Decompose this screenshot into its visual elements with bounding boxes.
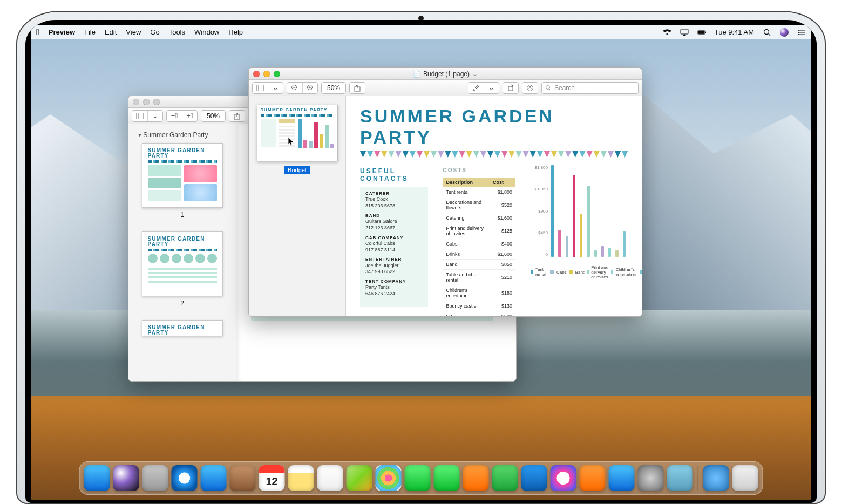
contact-name: True Cook [365, 196, 423, 203]
dock-app-preview[interactable] [667, 465, 693, 491]
spotlight-icon[interactable] [763, 28, 771, 37]
menu-help[interactable]: Help [228, 28, 243, 36]
dock-app-calendar[interactable]: 12 [259, 465, 285, 491]
dock-app-notes[interactable] [288, 465, 314, 491]
cost-header-desc: Description [443, 178, 490, 187]
costs-column: COSTS Description Cost Tent rental$1,800… [443, 165, 515, 316]
chart-bar [594, 250, 597, 257]
page-thumbnail-3[interactable]: SUMMER GARDEN PARTY [135, 320, 229, 336]
legend-item: Tent rental [531, 267, 548, 277]
dock-app-downloads[interactable] [703, 465, 729, 491]
zoom-out-button[interactable] [287, 83, 302, 93]
menu-view[interactable]: View [126, 28, 141, 36]
cost-desc: Decorations and flowers [443, 197, 490, 213]
dock-app-siri[interactable] [113, 465, 139, 491]
dock-app-launchpad[interactable] [142, 465, 168, 491]
dock-app-appstore[interactable] [609, 465, 635, 491]
y-tick: 0 [531, 252, 548, 257]
dock-app-facetime[interactable] [434, 465, 460, 491]
battery-icon[interactable] [697, 28, 706, 37]
dock-app-preferences[interactable] [638, 465, 664, 491]
sidebar-doc-title[interactable]: Summer Garden Party [138, 131, 229, 139]
close-button[interactable] [133, 99, 139, 105]
page-thumbnail-drag[interactable]: SUMMER GARDEN PARTY [257, 105, 338, 161]
share-button[interactable] [350, 83, 365, 93]
chart-bar [558, 230, 561, 257]
rotate-button[interactable] [503, 83, 518, 93]
cost-value: $1,600 [490, 213, 515, 223]
contact-category: TENT COMPANY [365, 279, 423, 284]
dock-app-maps[interactable] [347, 465, 372, 491]
page-thumbnail-1[interactable]: SUMMER GARDEN PARTY [135, 143, 229, 219]
close-button[interactable] [253, 71, 260, 77]
chevron-down-icon[interactable]: ⌄ [484, 83, 499, 93]
table-row: Table and chair rental$210 [443, 270, 515, 285]
cost-desc: Table and chair rental [443, 270, 490, 285]
svg-point-9 [798, 30, 799, 31]
svg-line-23 [311, 89, 314, 91]
contact-tel: 347 998 6522 [365, 269, 423, 275]
notification-center-icon[interactable] [797, 28, 806, 37]
zoom-out-button[interactable]: −⃝ [167, 111, 182, 121]
contact-item: TENT COMPANYParty Tents646 876 2424 [365, 279, 423, 297]
wifi-icon[interactable] [663, 28, 671, 37]
zoom-level[interactable]: 50% [201, 111, 225, 121]
zoom-in-button[interactable] [302, 83, 317, 93]
contact-tel: 315 203 5678 [365, 203, 423, 209]
zoom-in-button[interactable]: +⃝ [182, 111, 197, 121]
menubar-clock[interactable]: Tue 9:41 AM [715, 28, 754, 36]
zoom-button[interactable] [274, 71, 280, 77]
zoom-button[interactable] [153, 99, 160, 105]
contact-name: Joe the Juggler [365, 263, 423, 269]
dock-app-reminders[interactable] [317, 465, 343, 491]
siri-icon[interactable] [780, 28, 789, 37]
table-row: Children's entertainer$180 [443, 285, 515, 301]
minimize-button[interactable] [263, 71, 270, 77]
doc-title: SUMMER GARDEN PARTY [360, 106, 628, 148]
document-canvas-budget[interactable]: SUMMER GARDEN PARTY USEFUL CONTACTS CATE… [346, 96, 642, 316]
share-button[interactable] [229, 111, 245, 121]
dock-app-trash[interactable] [732, 465, 758, 491]
dock-app-messages[interactable] [405, 465, 431, 491]
menu-go[interactable]: Go [150, 28, 159, 36]
menu-window[interactable]: Window [194, 28, 219, 36]
menu-file[interactable]: File [84, 28, 96, 36]
chevron-down-icon[interactable]: ⌄ [472, 70, 478, 78]
dock-app-mail[interactable] [201, 465, 227, 491]
dock-app-ibooks[interactable] [580, 465, 606, 491]
menu-edit[interactable]: Edit [105, 28, 117, 36]
y-tick: $1,350 [531, 187, 548, 192]
cost-value: $1,600 [490, 249, 515, 260]
sidebar-toggle[interactable]: ⌄ [132, 110, 163, 122]
dock-app-photos[interactable] [376, 465, 402, 491]
chart-bar [608, 248, 611, 257]
window-titlebar-budget[interactable]: Budget (1 page)⌄ [249, 68, 642, 80]
search-input[interactable]: Search [541, 82, 639, 94]
airplay-icon[interactable] [680, 28, 689, 37]
markup-highlight-button[interactable] [468, 83, 484, 93]
table-row: Bouncy castle$130 [443, 301, 515, 311]
contact-category: CATERER [365, 191, 423, 196]
zoom-level[interactable]: 50% [322, 83, 345, 93]
menu-tools[interactable]: Tools [169, 28, 185, 36]
dock-app-finder[interactable] [84, 465, 110, 491]
table-row: Print and delivery of invites$125 [443, 223, 515, 239]
app-menu[interactable]: Preview [49, 28, 75, 36]
cost-value: $1,800 [490, 187, 515, 197]
page-thumbnail-2[interactable]: SUMMER GARDEN PARTY [135, 231, 229, 307]
dock-app-numbers[interactable] [492, 465, 518, 491]
dock-app-pages[interactable] [463, 465, 489, 491]
table-row: DJ$500 [443, 311, 515, 317]
dock-app-contacts[interactable] [230, 465, 256, 491]
dock-app-safari[interactable] [172, 465, 198, 491]
chart-bar [566, 236, 568, 257]
dock-app-keynote[interactable] [521, 465, 547, 491]
markup-toolbar-button[interactable] [522, 83, 538, 93]
apple-menu-icon[interactable]:  [36, 28, 39, 37]
sidebar-toggle[interactable]: ⌄ [252, 82, 283, 94]
dock-app-itunes[interactable] [551, 465, 576, 491]
contact-item: CAB COMPANYColorful Cabs917 887 3114 [365, 235, 423, 254]
minimize-button[interactable] [143, 99, 150, 105]
screen:  Preview FileEditViewGoToolsWindowHelp … [31, 25, 811, 500]
search-icon [545, 85, 552, 91]
